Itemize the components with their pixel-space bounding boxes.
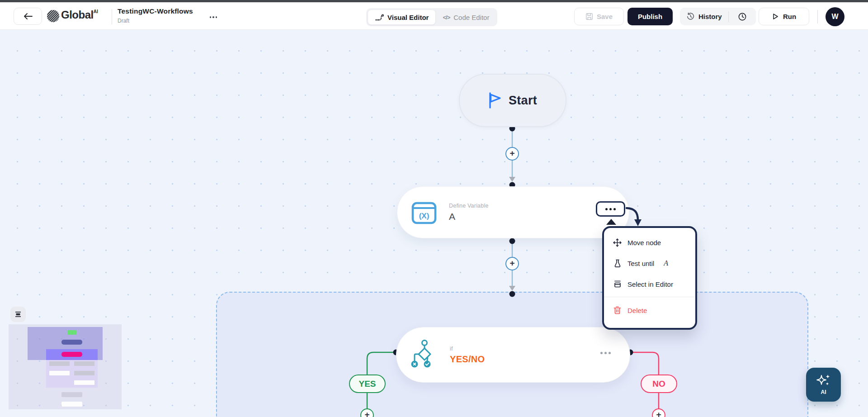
minimap-node <box>74 361 94 366</box>
layout-icon <box>14 311 22 317</box>
variable-icon: (X) <box>411 199 437 226</box>
globe-icon <box>47 10 59 22</box>
divider <box>817 10 818 24</box>
edge-label-no: NO <box>641 374 677 393</box>
menu-item-label: Delete <box>627 307 647 314</box>
menu-item-move-node[interactable]: Move node <box>604 232 695 253</box>
ellipsis-icon <box>605 208 608 210</box>
publish-label: Publish <box>638 13 662 20</box>
editor-mode-switch: Visual Editor </> Code Editor <box>366 8 497 26</box>
svg-text:(X): (X) <box>419 212 429 220</box>
add-node-button[interactable]: + <box>505 147 519 161</box>
header-bar: Global AI TestingWC-Workflows Draft Visu… <box>0 2 868 30</box>
logo-superscript: AI <box>94 9 98 14</box>
node-name: YES/NO <box>450 354 485 365</box>
minimap[interactable] <box>9 324 122 409</box>
logo-text: Global <box>61 9 94 21</box>
node-condition[interactable]: if YES/NO <box>396 327 630 383</box>
schedule-button[interactable] <box>729 8 756 25</box>
play-icon <box>772 13 779 20</box>
minimap-node <box>61 352 82 357</box>
save-button[interactable]: Save <box>574 8 624 25</box>
ai-assistant-button[interactable]: AI <box>806 368 841 402</box>
node-context-menu: Move node Test until A Select in Editor <box>602 226 697 330</box>
tab-label: Visual Editor <box>387 14 429 21</box>
minimap-node <box>67 330 76 335</box>
history-icon <box>686 12 695 21</box>
run-label: Run <box>783 13 796 20</box>
move-icon <box>613 238 622 247</box>
ellipsis-icon <box>210 16 212 18</box>
workflow-title-block: TestingWC-Workflows Draft <box>118 7 193 24</box>
add-node-button[interactable]: + <box>505 257 519 270</box>
node-texts: Define Variable A <box>449 203 489 222</box>
node-type-label: if <box>450 346 485 352</box>
user-avatar[interactable]: W <box>826 7 844 26</box>
ai-button-label: AI <box>821 389 826 395</box>
node-start[interactable]: Start <box>459 74 566 127</box>
publish-button[interactable]: Publish <box>627 8 673 25</box>
node-options-button-active[interactable] <box>596 201 625 217</box>
node-type-label: Define Variable <box>449 203 489 209</box>
minimap-node <box>61 402 82 407</box>
node-name: A <box>449 211 489 222</box>
flask-icon <box>613 259 622 268</box>
minimap-node <box>49 371 70 375</box>
menu-item-label: Test until <box>627 260 654 267</box>
condition-icon <box>411 339 438 371</box>
history-label: History <box>698 13 722 20</box>
start-node-label: Start <box>509 94 537 108</box>
workflow-more-button[interactable] <box>207 12 220 22</box>
menu-item-test-until[interactable]: Test until A <box>604 253 695 274</box>
minimap-node <box>49 361 70 366</box>
clock-icon <box>738 12 747 21</box>
menu-item-label: Select in Editor <box>627 280 673 288</box>
menu-divider <box>604 297 695 297</box>
minimap-node <box>61 340 82 345</box>
workflow-editor-app: Global AI TestingWC-Workflows Draft Visu… <box>0 0 868 417</box>
sparkles-icon <box>816 374 831 388</box>
menu-item-label: Move node <box>627 239 661 246</box>
save-label: Save <box>597 13 613 20</box>
avatar-initial: W <box>831 13 838 21</box>
ellipsis-icon <box>600 352 603 354</box>
node-texts: if YES/NO <box>450 346 485 365</box>
menu-item-value: A <box>664 259 668 267</box>
minimap-node <box>61 392 82 397</box>
workflow-status: Draft <box>118 18 193 24</box>
minimap-node <box>74 380 94 385</box>
workflow-title: TestingWC-Workflows <box>118 7 193 15</box>
flow-path-icon <box>375 14 384 21</box>
arrow-left-icon <box>23 13 33 20</box>
divider <box>112 9 112 24</box>
tab-code-editor[interactable]: </> Code Editor <box>436 9 496 25</box>
edge-label-yes: YES <box>349 374 386 393</box>
run-button[interactable]: Run <box>759 8 809 25</box>
node-define-variable[interactable]: (X) Define Variable A <box>397 186 629 238</box>
stack-icon <box>613 280 622 288</box>
minimap-node <box>74 371 94 375</box>
tab-visual-editor[interactable]: Visual Editor <box>368 9 436 25</box>
node-options-button[interactable] <box>600 352 611 354</box>
menu-item-delete[interactable]: Delete <box>604 300 695 321</box>
history-button[interactable]: History <box>680 8 728 25</box>
flag-icon <box>488 92 502 109</box>
history-group: History <box>680 8 756 25</box>
tab-label: Code Editor <box>453 14 489 21</box>
minimap-toggle-button[interactable] <box>10 307 26 322</box>
back-button[interactable] <box>14 8 42 25</box>
window-top-strip <box>0 0 868 2</box>
global-ai-logo: Global AI <box>47 9 98 22</box>
save-icon <box>585 13 593 20</box>
menu-item-select-in-editor[interactable]: Select in Editor <box>604 274 695 294</box>
trash-icon <box>613 306 622 314</box>
code-icon: </> <box>443 14 450 21</box>
